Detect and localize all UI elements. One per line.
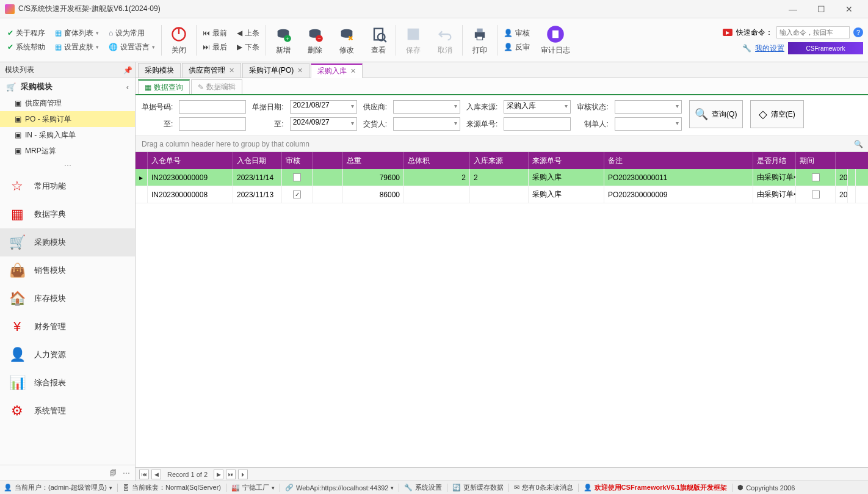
lang-button[interactable]: 🌐设置语言▾ <box>106 41 157 54</box>
print-button[interactable]: 打印 <box>464 24 496 56</box>
bignav-item[interactable]: 🏠库存模块 <box>0 285 135 313</box>
input-docno-to[interactable] <box>179 117 246 131</box>
status-messages[interactable]: ✉您有0条未读消息 <box>514 483 573 492</box>
winlist-button[interactable]: ▦窗体列表▾ <box>52 27 101 40</box>
status-factory[interactable]: 🏭宁德工厂▾ <box>231 483 275 492</box>
query-button[interactable]: 🔍查询(Q) <box>689 100 743 128</box>
nav-first[interactable]: ⏮ <box>139 470 149 479</box>
about-button[interactable]: ✔关于程序 <box>5 27 48 40</box>
csframework-banner[interactable]: CSFramework <box>788 42 863 54</box>
column-header[interactable]: 入库来源 <box>470 152 529 169</box>
table-cell: 79600 <box>343 169 404 186</box>
module-header[interactable]: 🛒 采购模块 ‹ <box>0 78 135 95</box>
tree-item[interactable]: ▣IN - 采购入库单 <box>0 127 135 143</box>
bignav-item[interactable]: ⚙系统管理 <box>0 397 135 425</box>
column-header[interactable]: 入仓单号 <box>148 152 233 169</box>
tree-item[interactable]: ▣PO - 采购订单 <box>0 111 135 127</box>
column-header[interactable] <box>313 152 343 169</box>
input-supplier[interactable] <box>393 100 460 114</box>
more-icon[interactable]: ⋯ <box>123 469 130 478</box>
tree-item[interactable]: ▣供应商管理 <box>0 95 135 111</box>
syshelp-button[interactable]: ✔系统帮助 <box>5 41 48 54</box>
nav-prev[interactable]: ◀ <box>151 470 161 479</box>
audit-button[interactable]: 👤审核 <box>501 27 532 40</box>
subtab-edit[interactable]: ✎数据编辑 <box>191 79 242 94</box>
skin-button[interactable]: ▦设置皮肤▾ <box>52 41 101 54</box>
bignav-item[interactable]: 👤人力资源 <box>0 341 135 369</box>
column-header[interactable]: 备注 <box>604 152 753 169</box>
bignav-item[interactable]: 👜销售模块 <box>0 256 135 285</box>
titlebar: C/S系统快速开发框架-旗舰版V6.1(2024-09) — ☐ ✕ <box>0 0 868 18</box>
input-maker[interactable] <box>615 117 682 131</box>
column-header[interactable]: 来源单号 <box>529 152 604 169</box>
status-syssetting[interactable]: 🔧系统设置 <box>404 483 442 492</box>
help-icon[interactable]: ? <box>853 27 863 37</box>
doc-tab[interactable]: 采购模块 <box>138 63 181 78</box>
minimize-button[interactable]: — <box>779 0 807 18</box>
subtab-query[interactable]: ▦数据查询 <box>138 79 190 94</box>
bignav-item[interactable]: 🛒采购模块 <box>0 228 135 256</box>
auditlog-button[interactable]: 审计日志 <box>535 24 576 56</box>
delete-button[interactable]: −删除 <box>299 24 331 56</box>
table-row[interactable]: IN2023000000082023/11/13✓86000采购入库PO2023… <box>136 186 868 203</box>
tree-item[interactable]: ▣MRP运算 <box>0 143 135 159</box>
table-row[interactable]: ▸IN2023000000092023/11/147960022采购入库PO20… <box>136 169 868 186</box>
bignav-item[interactable]: ▦数据字典 <box>0 200 135 228</box>
youtube-icon[interactable]: ▶ <box>723 29 732 36</box>
maximize-button[interactable]: ☐ <box>807 0 835 18</box>
close-icon[interactable]: ✕ <box>229 67 234 74</box>
status-webapi[interactable]: 🔗WebApi:https://localhost:44392▾ <box>285 484 394 492</box>
doc-tab[interactable]: 采购入库✕ <box>311 64 363 78</box>
status-user[interactable]: 👤当前用户：(admin-超级管理员)▾ <box>4 483 112 492</box>
setdefault-button[interactable]: ⌂设为常用 <box>106 27 157 40</box>
column-header[interactable]: 总重 <box>343 152 404 169</box>
first-button[interactable]: ⏮最前 <box>200 27 230 40</box>
status-refresh[interactable]: 🔄更新缓存数据 <box>452 483 504 492</box>
input-sourceno[interactable] <box>504 117 571 131</box>
input-date-to[interactable]: 2024/09/27 <box>290 117 357 131</box>
doc-tab[interactable]: 供应商管理✕ <box>182 63 241 78</box>
column-header[interactable]: 审核 <box>282 152 313 169</box>
input-insource[interactable]: 采购入库 <box>504 100 571 114</box>
input-auditstatus[interactable] <box>615 100 682 114</box>
close-icon[interactable]: ✕ <box>350 67 356 75</box>
nav-last[interactable]: ⏭ <box>226 470 236 479</box>
bignav-item[interactable]: 📊综合报表 <box>0 369 135 397</box>
pin-icon[interactable]: 📌 <box>123 66 132 74</box>
nav-next[interactable]: ▶ <box>214 470 223 479</box>
status-account: 🗄当前账套：Normal(SqlServer) <box>123 483 221 492</box>
close-window-button[interactable]: ✕ <box>835 0 863 18</box>
group-bar[interactable]: Drag a column header here to group by th… <box>136 136 868 152</box>
last-button[interactable]: ⏭最后 <box>200 41 230 54</box>
doc-tab[interactable]: 采购订单(PO)✕ <box>242 63 309 78</box>
column-header[interactable]: 总体积 <box>404 152 470 169</box>
status-copyright: ⬢Copyrights 2006 <box>737 484 795 492</box>
mysettings-link[interactable]: 我的设置 <box>755 43 784 54</box>
column-header[interactable]: 期间 <box>796 152 836 169</box>
input-date-from[interactable]: 2021/08/27 <box>290 100 357 114</box>
gear-icon: ⚙ <box>9 402 26 420</box>
table-cell <box>796 169 836 186</box>
next-button[interactable]: ▶下条 <box>234 41 262 54</box>
unaudit-button[interactable]: 👤反审 <box>501 41 532 54</box>
column-header[interactable]: 是否月结 <box>753 152 796 169</box>
copy-icon[interactable]: 🗐 <box>109 469 117 478</box>
close-button[interactable]: 关闭 <box>163 24 195 56</box>
label-supplier: 供应商: <box>363 102 387 112</box>
bignav-item[interactable]: ¥财务管理 <box>0 313 135 341</box>
clear-button[interactable]: ◇清空(E) <box>750 100 804 128</box>
close-icon[interactable]: ✕ <box>297 67 303 74</box>
prev-button[interactable]: ◀上条 <box>234 27 262 40</box>
input-delivery[interactable] <box>393 117 460 131</box>
column-header[interactable]: 入仓日期 <box>233 152 282 169</box>
quickcmd-input[interactable] <box>776 26 850 38</box>
input-docno[interactable] <box>179 100 246 114</box>
search-icon[interactable]: 🔍 <box>854 140 863 148</box>
add-button[interactable]: +新增 <box>267 24 299 56</box>
save-button[interactable]: 保存 <box>397 24 429 56</box>
view-button[interactable]: 查看 <box>363 24 394 56</box>
bignav-item[interactable]: ☆常用功能 <box>0 172 135 200</box>
cancel-button[interactable]: 取消 <box>429 24 461 56</box>
nav-end[interactable]: ⏵ <box>238 470 248 479</box>
modify-button[interactable]: 修改 <box>331 24 363 56</box>
